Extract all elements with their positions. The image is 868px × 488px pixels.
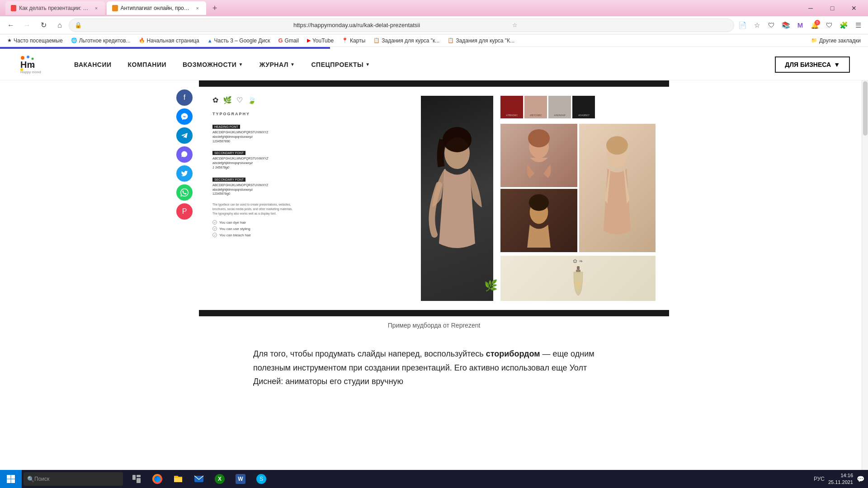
tab-1-close[interactable]: × — [93, 5, 99, 12]
twitter-share-button[interactable] — [176, 165, 193, 182]
bookmark-frequently-visited[interactable]: ★ Часто посещаемые — [4, 36, 66, 46]
moodboard-content: ✿ 🌿 ♡ 🍃 TYPOGRAPHY HEADING FONT — [199, 87, 669, 310]
swatch-2: #B7C0BC — [524, 96, 547, 118]
swatch-4: #0A0B07 — [572, 96, 595, 118]
bookmark-gmail[interactable]: G Gmail — [274, 36, 302, 46]
font-description: The typeface can be used to create prese… — [212, 202, 414, 216]
nav-possibilities-label: ВОЗМОЖНОСТИ — [183, 61, 236, 68]
star-icon[interactable]: ☆ — [512, 22, 728, 28]
bookmark-maps[interactable]: 📍 Карты — [338, 36, 369, 46]
tab-2[interactable]: Антиплагиат онлайн, провер... × — [107, 1, 206, 15]
bookmark-home[interactable]: 🔥 Начальная страница — [135, 36, 203, 46]
library-icon[interactable]: 📚 — [779, 19, 792, 32]
folder-icon: 📁 — [811, 38, 817, 43]
article-image-area: ✿ 🌿 ♡ 🍃 TYPOGRAPHY HEADING FONT — [199, 80, 669, 338]
forward-button[interactable]: → — [20, 18, 34, 33]
bookmark-credit[interactable]: 🌐 Льготное кредитов... — [67, 36, 134, 46]
scrollbar[interactable] — [862, 63, 868, 416]
right-panel: #7B0D0C #B7C0BC #AFAFAF #0A0B07 — [500, 96, 656, 301]
font-label-3: SECONDARY FONT — [212, 178, 245, 182]
mail-taskbar-icon[interactable] — [189, 470, 209, 488]
font-label-1: HEADING FONT — [212, 125, 240, 129]
bookmark-youtube[interactable]: ▶ YouTube — [303, 36, 337, 46]
telegram-share-button[interactable] — [176, 127, 193, 144]
notifications-icon[interactable]: 🔔 5 — [808, 19, 821, 32]
start-button[interactable] — [0, 470, 22, 488]
shield-icon[interactable]: 🛡 — [823, 19, 835, 32]
whatsapp-share-button[interactable] — [176, 184, 193, 201]
explorer-taskbar-icon[interactable] — [168, 470, 188, 488]
skype-taskbar-icon[interactable]: S — [251, 470, 271, 488]
bookmark-more[interactable]: 📁 Другие закладки — [807, 36, 864, 46]
moodboard-image: ✿ 🌿 ♡ 🍃 TYPOGRAPHY HEADING FONT — [199, 87, 669, 310]
reader-view-icon[interactable]: 📄 — [736, 19, 749, 32]
article-paragraph: Для того, чтобы продумать слайды наперед… — [253, 347, 615, 389]
nav-special[interactable]: СПЕЦПРОЕКТЫ ▼ — [305, 57, 376, 72]
gmail-icon: G — [278, 37, 283, 44]
nav-special-label: СПЕЦПРОЕКТЫ — [311, 61, 363, 68]
pocket-icon[interactable]: 🛡 — [765, 19, 778, 32]
tasks2-icon: 📋 — [448, 38, 454, 43]
site-logo[interactable]: Hm . Happy monday — [18, 53, 41, 76]
nav-companies-label: КОМПАНИИ — [128, 61, 167, 68]
xbox-taskbar-icon[interactable]: X — [210, 470, 230, 488]
tree-icon: 🌿 — [223, 96, 232, 104]
system-tray: РУС 14:16 25.11.2021 💬 — [810, 472, 868, 486]
svg-point-11 — [443, 127, 472, 152]
window-controls: ─ □ ✕ — [800, 0, 864, 16]
nav-companies[interactable]: КОМПАНИИ — [122, 57, 173, 72]
new-tab-button[interactable]: + — [208, 1, 222, 15]
profile-icon[interactable]: M — [794, 19, 807, 32]
refresh-button[interactable]: ↻ — [36, 18, 51, 33]
tab-1[interactable]: Как делать презентации: лайс... × — [5, 1, 105, 15]
minimize-button[interactable]: ─ — [800, 0, 821, 16]
bookmark-gdrive[interactable]: ▲ Часть 3 – Google Диск — [204, 36, 274, 46]
facebook-share-button[interactable]: f — [176, 89, 193, 106]
person-silhouette — [425, 126, 489, 271]
cta-button[interactable]: ДЛЯ БИЗНЕСА ▼ — [775, 56, 850, 73]
notification-badge: 5 — [815, 20, 820, 25]
menu-icon[interactable]: ☰ — [852, 19, 864, 32]
nav-journal[interactable]: ЖУРНАЛ ▼ — [253, 57, 302, 72]
svg-text:Happy monday: Happy monday — [20, 70, 41, 74]
back-button[interactable]: ← — [4, 18, 18, 33]
bookmark-tasks2[interactable]: 📋 Задания для курса "К... — [444, 36, 518, 46]
taskview-button[interactable] — [127, 470, 146, 488]
bookmark-tasks1[interactable]: 📋 Задания для курса "к... — [370, 36, 443, 46]
nav-possibilities[interactable]: ВОЗМОЖНОСТИ ▼ — [176, 57, 250, 72]
svg-point-1 — [27, 56, 29, 58]
bookmark-icon[interactable]: ☆ — [750, 19, 763, 32]
maximize-button[interactable]: □ — [822, 0, 843, 16]
home-button[interactable]: ⌂ — [52, 18, 67, 33]
font-chars-1: ABCDEFGHIJKLMNOPQRSTUVWXYZabcdefghijklmn… — [212, 130, 414, 143]
swatch-3: #AFAFAF — [548, 96, 571, 118]
leaf-decor: 🌿 — [484, 279, 498, 292]
taskbar-search[interactable]: 🔍 Поиск — [24, 472, 123, 486]
svg-point-17 — [529, 194, 549, 211]
scroll-thumb[interactable] — [863, 81, 868, 136]
font-block-1: HEADING FONT ABCDEFGHIJKLMNOPQRSTUVWXYZa… — [212, 122, 414, 143]
firefox-taskbar-icon[interactable] — [147, 470, 167, 488]
address-bar[interactable]: 🔒 https://happymonday.ua/ru/kak-delat-pr… — [69, 19, 734, 32]
bookmark-label: Карты — [350, 38, 365, 44]
check-item-3: You can bleach hair — [212, 233, 414, 237]
extensions-icon[interactable]: 🧩 — [837, 19, 850, 32]
tab-2-close[interactable]: × — [194, 5, 201, 12]
bookmark-label: Задания для курса "К... — [456, 38, 514, 44]
close-button[interactable]: ✕ — [844, 0, 864, 16]
word-taskbar-icon[interactable]: W — [231, 470, 250, 488]
storyboard-bold: сторибордом — [486, 349, 540, 358]
messenger-share-button[interactable] — [176, 108, 193, 125]
cta-label: ДЛЯ БИЗНЕСА — [785, 61, 831, 68]
lang-indicator[interactable]: РУС — [814, 476, 825, 482]
pocket-share-button[interactable]: P — [176, 203, 193, 220]
check-item-1: You can dye hair — [212, 220, 414, 225]
svg-rect-22 — [11, 475, 15, 479]
chevron-down-icon: ▼ — [290, 62, 295, 67]
drive-icon: ▲ — [208, 38, 212, 43]
viber-share-button[interactable] — [176, 146, 193, 163]
notification-center-icon[interactable]: 💬 — [857, 475, 864, 483]
nav-vacancies[interactable]: ВАКАНСИИ — [68, 57, 118, 72]
globe-icon: 🌐 — [71, 38, 77, 43]
search-icon: 🔍 — [27, 476, 34, 483]
